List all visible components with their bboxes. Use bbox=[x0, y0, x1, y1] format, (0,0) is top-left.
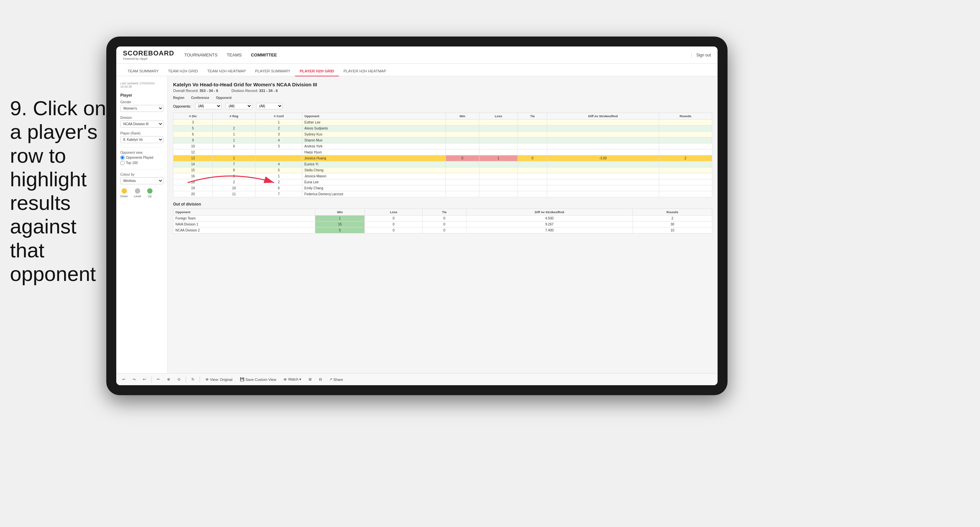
table-cell bbox=[518, 173, 547, 179]
table-cell: 4 bbox=[256, 161, 302, 167]
toolbar-cut[interactable]: ✂ bbox=[155, 376, 162, 383]
table-cell: 1 bbox=[213, 156, 256, 161]
division-record-value: 331 - 34 - 6 bbox=[259, 89, 278, 93]
toolbar-refresh[interactable]: ↻ bbox=[189, 376, 196, 383]
legend-level-label: Level bbox=[134, 195, 141, 198]
subnav-player-summary[interactable]: PLAYER SUMMARY bbox=[250, 67, 295, 76]
legend-up-label: Up bbox=[148, 195, 152, 198]
sign-out-area[interactable]: Sign out bbox=[691, 53, 711, 57]
table-cell: 20 bbox=[173, 191, 213, 197]
table-cell bbox=[547, 179, 659, 185]
table-row[interactable]: 522Alexis Sudjianto bbox=[173, 125, 712, 132]
th-div: # Div bbox=[173, 113, 213, 119]
table-row[interactable]: 131Jessica Huang010-3.002 bbox=[173, 156, 712, 161]
table-cell bbox=[547, 119, 659, 125]
sidebar-colour-by-select[interactable]: Win/loss bbox=[120, 177, 164, 184]
table-cell bbox=[518, 143, 547, 149]
out-table-cell: Foreign Team bbox=[173, 216, 315, 222]
toolbar-view-original[interactable]: 👁 View: Original bbox=[203, 376, 234, 383]
table-row[interactable]: 31Esther Lee bbox=[173, 119, 712, 125]
out-table-cell: 0 bbox=[365, 222, 423, 227]
radio-top100[interactable]: Top 100 bbox=[120, 161, 164, 165]
table-cell bbox=[479, 149, 518, 156]
table-cell bbox=[446, 132, 479, 138]
table-cell bbox=[659, 191, 712, 197]
subnav-team-h2h-heatmap[interactable]: TEAM H2H HEATMAP bbox=[203, 67, 250, 76]
region-filter-select[interactable]: (All) bbox=[195, 103, 221, 109]
toolbar-save-custom[interactable]: 💾 Save Custom View bbox=[238, 376, 278, 383]
table-row[interactable]: 1585Stella Cheng bbox=[173, 167, 712, 173]
out-table-cell: 0 bbox=[423, 227, 466, 233]
table-row[interactable]: 613Sydney Kuo bbox=[173, 132, 712, 138]
subnav-player-h2h-grid[interactable]: PLAYER H2H GRID bbox=[295, 67, 339, 76]
out-table-cell: NAIA Division 1 bbox=[173, 222, 315, 227]
table-cell: 5 bbox=[173, 125, 213, 132]
table-row[interactable]: 1691Jessica Mason bbox=[173, 173, 712, 179]
toolbar-redo2[interactable]: ↩ bbox=[141, 376, 148, 383]
table-cell bbox=[659, 143, 712, 149]
toolbar-copy[interactable]: ⊕ bbox=[165, 376, 172, 383]
toolbar-watch[interactable]: 👁 Watch ▾ bbox=[282, 376, 303, 383]
opponent-filter-select[interactable]: (All) bbox=[256, 103, 283, 109]
table-row[interactable]: 12Haejo Hyun bbox=[173, 149, 712, 156]
th-loss: Loss bbox=[479, 113, 518, 119]
filter-row: Region Conference Opponent bbox=[173, 96, 712, 100]
toolbar-paste[interactable]: ⊙ bbox=[175, 376, 182, 383]
table-row[interactable]: 20117Federica Domecq Lacroze bbox=[173, 191, 712, 197]
sidebar-division-select[interactable]: NCAA Division III bbox=[120, 121, 164, 127]
table-cell bbox=[547, 167, 659, 173]
th-reg: # Reg bbox=[213, 113, 256, 119]
table-row[interactable]: Foreign Team1004.5002 bbox=[173, 216, 712, 222]
toolbar-share[interactable]: ↗ Share bbox=[327, 376, 345, 383]
table-cell: Sharon Mun bbox=[302, 138, 446, 143]
table-row[interactable]: NCAA Division 25007.40010 bbox=[173, 227, 712, 233]
table-cell bbox=[446, 143, 479, 149]
logo-area: SCOREBOARD Powered by clippd bbox=[123, 49, 174, 60]
table-cell bbox=[446, 173, 479, 179]
nav-committee[interactable]: COMMITTEE bbox=[251, 51, 277, 59]
sidebar-gender-select[interactable]: Women's bbox=[120, 105, 164, 112]
table-row[interactable]: 1474Eunice Yi bbox=[173, 161, 712, 167]
nav-tournaments[interactable]: TOURNAMENTS bbox=[184, 51, 217, 59]
table-cell: 9 bbox=[173, 138, 213, 143]
table-cell bbox=[479, 167, 518, 173]
toolbar-redo[interactable]: ↪ bbox=[130, 376, 138, 383]
toolbar-undo[interactable]: ↩ bbox=[120, 376, 127, 383]
watch-icon: 👁 bbox=[283, 378, 287, 381]
table-row[interactable]: 914Sharon Mun bbox=[173, 138, 712, 143]
sidebar-division-field: Division NCAA Division III bbox=[120, 116, 164, 127]
logo-text: SCOREBOARD bbox=[123, 49, 174, 57]
th-opponent: Opponent bbox=[302, 113, 446, 119]
nav-teams[interactable]: TEAMS bbox=[227, 51, 242, 59]
subnav-team-summary[interactable]: TEAM SUMMARY bbox=[123, 67, 164, 76]
filter-opponent: Opponent bbox=[216, 96, 232, 100]
radio-top100-input[interactable] bbox=[120, 161, 124, 165]
radio-opponents-input[interactable] bbox=[120, 156, 124, 160]
subnav-player-h2h-heatmap[interactable]: PLAYER H2H HEATMAP bbox=[339, 67, 391, 76]
table-row[interactable]: NAIA Division 115009.26730 bbox=[173, 222, 712, 227]
table-cell: 14 bbox=[173, 161, 213, 167]
sub-nav: TEAM SUMMARY TEAM H2H GRID TEAM H2H HEAT… bbox=[116, 64, 718, 76]
table-cell bbox=[518, 149, 547, 156]
device-screen: SCOREBOARD Powered by clippd TOURNAMENTS… bbox=[116, 46, 718, 385]
save-icon: 💾 bbox=[240, 377, 245, 381]
table-row[interactable]: 1822Euna Lee bbox=[173, 179, 712, 185]
table-cell bbox=[547, 185, 659, 191]
table-cell: Euna Lee bbox=[302, 179, 446, 185]
legend-dot-level bbox=[135, 188, 140, 194]
toolbar-table-view[interactable]: ⊟ bbox=[317, 376, 324, 383]
sidebar-player-rank-select[interactable]: 8. Katelyn Vo bbox=[120, 136, 164, 143]
table-cell bbox=[479, 185, 518, 191]
conference-filter-select[interactable]: (All) bbox=[226, 103, 252, 109]
radio-opponents-played[interactable]: Opponents Played bbox=[120, 156, 164, 160]
out-th-diff: Diff Av Strokes/Rnd bbox=[466, 209, 633, 216]
table-row[interactable]: 1063Andrea York bbox=[173, 143, 712, 149]
table-cell bbox=[446, 179, 479, 185]
table-row[interactable]: 19106Emily Chang bbox=[173, 185, 712, 191]
subnav-team-h2h-grid[interactable]: TEAM H2H GRID bbox=[164, 67, 203, 76]
sidebar: Last Updated: 27/03/2024 16:55:38 Player… bbox=[116, 76, 168, 373]
watch-label: Watch ▾ bbox=[288, 377, 301, 381]
overall-record-value: 353 - 34 - 6 bbox=[199, 89, 218, 93]
sidebar-colour-by-label: Colour by bbox=[120, 173, 164, 176]
toolbar-grid-view[interactable]: ⊞ bbox=[307, 376, 313, 383]
